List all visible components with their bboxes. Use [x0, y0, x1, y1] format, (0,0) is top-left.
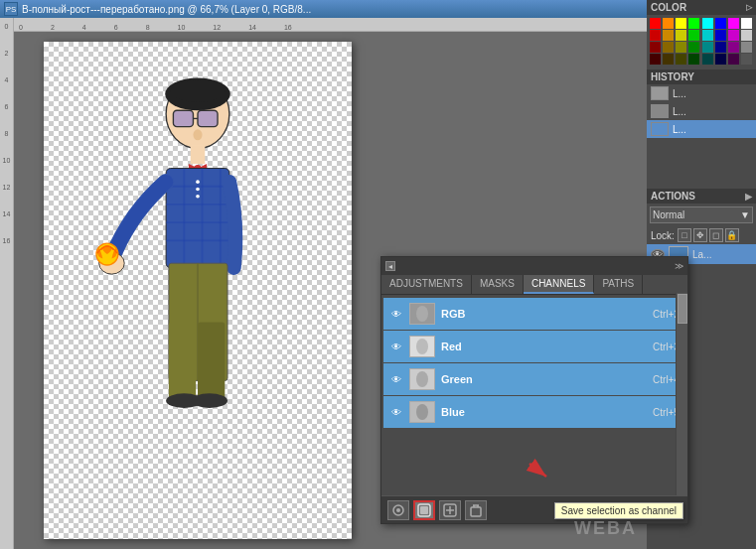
channel-thumb-blue [409, 401, 435, 423]
scrollbar-thumb[interactable] [678, 294, 687, 324]
delete-channel-button[interactable] [465, 500, 487, 520]
color-swatch[interactable] [741, 42, 752, 53]
channel-eye-green[interactable]: 👁 [389, 374, 403, 384]
history-item-3-label: L... [673, 124, 686, 135]
arrow-indicator [525, 459, 554, 485]
blend-mode-arrow: ▼ [740, 209, 750, 220]
history-panel-title-text: HISTORY [647, 69, 756, 84]
load-channel-button[interactable] [387, 500, 409, 520]
color-swatch[interactable] [663, 18, 674, 29]
color-swatch[interactable] [663, 42, 674, 53]
color-swatch[interactable] [702, 54, 713, 65]
lock-icon-box1[interactable]: □ [678, 228, 691, 242]
lock-icon-box3[interactable]: ◻ [709, 228, 723, 242]
channel-eye-blue[interactable]: 👁 [389, 407, 403, 417]
history-item-2-label: L... [673, 106, 686, 117]
color-swatches [647, 15, 756, 68]
channel-thumb-green [409, 368, 435, 390]
channel-name-red: Red [441, 341, 647, 352]
layer-name: La... [692, 249, 711, 260]
actions-panel-menu[interactable]: ▶ [745, 192, 752, 202]
channel-name-green: Green [441, 373, 647, 385]
ruler-h-marks: 0 2 4 6 8 10 12 14 16 [14, 18, 756, 31]
history-item-2[interactable]: L... [647, 102, 756, 120]
color-swatch[interactable] [650, 30, 661, 41]
color-swatch[interactable] [728, 42, 739, 53]
svg-point-26 [192, 393, 227, 408]
color-swatch[interactable] [715, 54, 726, 65]
svg-rect-24 [198, 322, 225, 398]
tab-masks[interactable]: MASKS [472, 275, 524, 294]
history-thumb-3 [651, 122, 669, 136]
lock-icon-box4[interactable]: 🔒 [725, 228, 739, 242]
panel-double-arrow-icon[interactable]: ≫ [675, 261, 683, 271]
canvas-document [44, 42, 352, 539]
blend-mode-label: Normal [653, 209, 684, 220]
svg-line-39 [529, 464, 546, 477]
channel-eye-red[interactable]: 👁 [389, 342, 403, 351]
color-swatch[interactable] [688, 30, 699, 41]
channel-name-blue: Blue [441, 406, 647, 418]
color-swatch[interactable] [663, 30, 674, 41]
svg-rect-43 [420, 506, 428, 514]
color-swatch[interactable] [663, 54, 674, 65]
channels-panel-header: ◂ ≫ [381, 257, 687, 275]
color-panel-expand: ▷ [746, 3, 752, 12]
color-swatch[interactable] [688, 42, 699, 53]
actions-title-text: ACTIONS [651, 191, 695, 202]
svg-point-37 [416, 404, 428, 420]
history-item-1[interactable]: L... [647, 84, 756, 102]
color-swatch[interactable] [650, 42, 661, 53]
history-panel: HISTORY L... L... L... [647, 69, 756, 189]
channel-eye-rgb[interactable]: 👁 [389, 309, 403, 319]
lock-label: Lock: [651, 230, 675, 241]
tab-channels[interactable]: CHANNELS [524, 275, 594, 294]
ruler-vertical: 0 2 4 6 8 10 12 14 16 [0, 18, 14, 549]
color-swatch[interactable] [741, 54, 752, 65]
color-swatch[interactable] [688, 18, 699, 29]
ps-icon: PS [4, 2, 18, 16]
ruler-horizontal: 0 2 4 6 8 10 12 14 16 [14, 18, 756, 32]
svg-point-27 [196, 180, 200, 184]
channel-item-green[interactable]: 👁 Green Ctrl+4 [383, 363, 685, 395]
lock-icon-box2[interactable]: ✥ [693, 228, 707, 242]
color-swatch[interactable] [702, 18, 713, 29]
title-bar: PS B-полный-рост---переработано.png @ 66… [0, 0, 756, 18]
channels-panel: ◂ ≫ ADJUSTMENTS MASKS CHANNELS PATHS 👁 R… [380, 256, 688, 524]
make-new-channel-button[interactable] [439, 500, 461, 520]
color-swatch[interactable] [728, 30, 739, 41]
character-illustration [44, 42, 352, 539]
color-swatch[interactable] [715, 18, 726, 29]
svg-point-33 [416, 339, 428, 354]
color-swatch[interactable] [728, 54, 739, 65]
color-swatch[interactable] [676, 18, 686, 29]
color-swatch[interactable] [741, 30, 752, 41]
color-swatch[interactable] [715, 42, 726, 53]
tooltip-text: Save selection as channel [561, 505, 677, 516]
channels-scrollbar[interactable] [676, 293, 687, 495]
color-swatch[interactable] [715, 30, 726, 41]
blend-mode-dropdown[interactable]: Normal ▼ [650, 206, 753, 223]
svg-point-2 [171, 80, 226, 102]
color-swatch[interactable] [650, 18, 661, 29]
color-swatch[interactable] [676, 54, 686, 65]
channel-item-rgb[interactable]: 👁 RGB Ctrl+2 [383, 298, 685, 330]
color-swatch[interactable] [702, 30, 713, 41]
watermark: WEBA [574, 518, 637, 539]
panel-collapse-button[interactable]: ◂ [385, 261, 395, 271]
tooltip: Save selection as channel [554, 502, 683, 519]
tab-adjustments[interactable]: ADJUSTMENTS [381, 275, 472, 294]
color-swatch[interactable] [650, 54, 661, 65]
color-swatch[interactable] [728, 18, 739, 29]
color-swatch[interactable] [702, 42, 713, 53]
color-swatch[interactable] [676, 42, 686, 53]
save-selection-as-channel-button[interactable] [413, 500, 435, 520]
history-item-3[interactable]: L... [647, 120, 756, 138]
tab-paths[interactable]: PATHS [594, 275, 643, 294]
color-swatch[interactable] [741, 18, 752, 29]
channel-item-blue[interactable]: 👁 Blue Ctrl+5 [383, 396, 685, 428]
color-swatch[interactable] [688, 54, 699, 65]
color-swatch[interactable] [676, 30, 686, 41]
channel-item-red[interactable]: 👁 Red Ctrl+3 [383, 331, 685, 362]
svg-point-28 [196, 188, 200, 192]
